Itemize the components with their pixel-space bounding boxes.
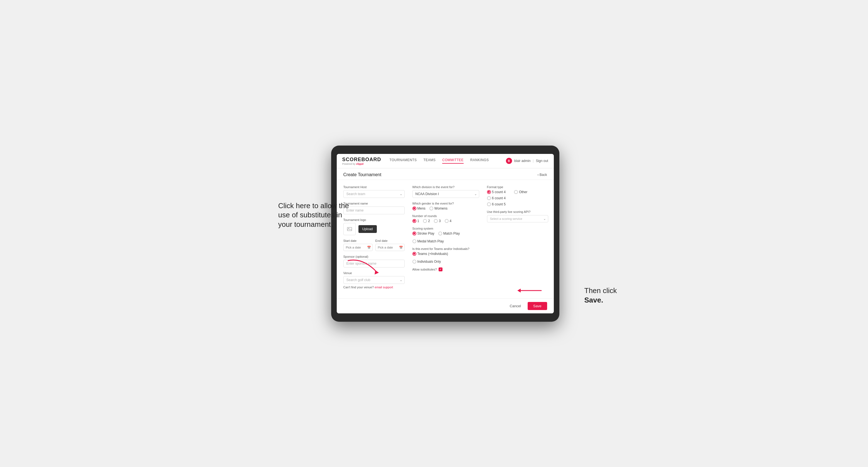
rounds-4-label: 4 bbox=[450, 219, 452, 223]
format-5count4-radio[interactable] bbox=[487, 190, 491, 194]
format-6count4[interactable]: 6 count 4 bbox=[487, 196, 548, 200]
event-type-group: Is this event for Teams and/or Individua… bbox=[412, 247, 479, 263]
end-date-input[interactable] bbox=[375, 244, 405, 251]
rounds-group: Number of rounds 1 2 bbox=[412, 214, 479, 223]
rounds-4[interactable]: 4 bbox=[445, 219, 452, 223]
tournament-logo-group: Tournament logo Upload bbox=[343, 218, 405, 235]
upload-button[interactable]: Upload bbox=[359, 225, 377, 233]
end-date-label: End date bbox=[375, 239, 405, 242]
gender-label: Which gender is the event for? bbox=[412, 202, 479, 205]
format-other-radio[interactable] bbox=[514, 190, 518, 194]
format-type-label: Format type bbox=[487, 185, 548, 189]
nav-links: TOURNAMENTS TEAMS COMMITTEE RANKINGS bbox=[390, 158, 506, 164]
nav-username: blair admin bbox=[514, 159, 531, 163]
gender-group: Which gender is the event for? Mens Wome… bbox=[412, 202, 479, 210]
scoring-service-wrap: Select a scoring service bbox=[487, 215, 548, 222]
nav-tournaments[interactable]: TOURNAMENTS bbox=[390, 158, 417, 164]
scoring-match-label: Match Play bbox=[443, 231, 460, 236]
svg-marker-3 bbox=[517, 289, 521, 292]
rounds-1-radio[interactable] bbox=[412, 219, 416, 223]
date-row: Start date 📅 End date 📅 bbox=[343, 239, 405, 251]
format-6count5-radio[interactable] bbox=[487, 202, 491, 206]
rounds-3-label: 3 bbox=[439, 219, 441, 223]
format-other-label: Other bbox=[519, 190, 527, 194]
event-individuals-radio[interactable] bbox=[412, 260, 416, 263]
rounds-1[interactable]: 1 bbox=[412, 219, 420, 223]
scoring-match-radio[interactable] bbox=[438, 231, 442, 236]
email-support-link[interactable]: email support bbox=[375, 285, 393, 289]
event-individuals[interactable]: Individuals Only bbox=[412, 260, 441, 263]
nav-rankings[interactable]: RANKINGS bbox=[470, 158, 489, 164]
division-select[interactable]: NCAA Division I bbox=[412, 190, 479, 198]
start-date-label: Start date bbox=[343, 239, 373, 242]
format-other[interactable]: Other bbox=[514, 190, 527, 194]
format-6count5[interactable]: 6 count 5 bbox=[487, 202, 548, 206]
scoring-medal-radio[interactable] bbox=[412, 239, 416, 243]
format-type-group: Format type 5 count 4 Other bbox=[487, 185, 548, 206]
rounds-2[interactable]: 2 bbox=[423, 219, 430, 223]
cancel-button[interactable]: Cancel bbox=[506, 302, 525, 310]
substitutes-label: Allow substitutes? bbox=[412, 268, 437, 271]
nav-teams[interactable]: TEAMS bbox=[423, 158, 436, 164]
page-title: Create Tournament bbox=[343, 172, 381, 177]
start-date-input[interactable] bbox=[343, 244, 373, 251]
save-button[interactable]: Save bbox=[528, 302, 547, 310]
navbar: SCOREBOARD Powered by clippd TOURNAMENTS… bbox=[337, 154, 554, 168]
division-group: Which division is the event for? NCAA Di… bbox=[412, 185, 479, 198]
rounds-3[interactable]: 3 bbox=[434, 219, 441, 223]
scoring-stroke-radio[interactable] bbox=[412, 231, 416, 236]
gender-womens[interactable]: Womens bbox=[429, 207, 447, 210]
gender-womens-label: Womens bbox=[434, 207, 447, 210]
rounds-4-radio[interactable] bbox=[445, 219, 448, 223]
gender-mens-radio[interactable] bbox=[412, 207, 416, 210]
gender-womens-radio[interactable] bbox=[429, 207, 433, 210]
scoring-api-label: Use third-party live scoring API? bbox=[487, 210, 548, 214]
nav-divider: | bbox=[533, 159, 533, 163]
logo-area: SCOREBOARD Powered by clippd bbox=[342, 157, 381, 165]
division-label: Which division is the event for? bbox=[412, 185, 479, 189]
division-select-wrap: NCAA Division I bbox=[412, 190, 479, 198]
gender-radio-group: Mens Womens bbox=[412, 207, 479, 210]
annotation-left: Click here to allow the use of substitut… bbox=[278, 201, 351, 229]
rounds-1-label: 1 bbox=[417, 219, 420, 223]
nav-signout[interactable]: Sign out bbox=[536, 159, 548, 163]
tournament-name-label: Tournament name bbox=[343, 202, 405, 205]
nav-user: B blair admin | Sign out bbox=[506, 158, 548, 164]
tournament-name-input[interactable] bbox=[343, 207, 405, 214]
scoring-service-select[interactable]: Select a scoring service bbox=[487, 215, 548, 222]
format-6count5-label: 6 count 5 bbox=[492, 202, 506, 206]
page-header: Create Tournament Back bbox=[337, 168, 554, 180]
scoring-match[interactable]: Match Play bbox=[438, 231, 460, 236]
rounds-3-radio[interactable] bbox=[434, 219, 438, 223]
substitutes-checkbox[interactable] bbox=[439, 268, 442, 271]
back-button[interactable]: Back bbox=[537, 173, 547, 177]
event-type-label: Is this event for Teams and/or Individua… bbox=[412, 247, 479, 250]
event-teams[interactable]: Teams (+Individuals) bbox=[412, 252, 448, 256]
gender-mens-label: Mens bbox=[417, 207, 426, 210]
form-area: Tournament Host Tournament name Tourname… bbox=[337, 180, 554, 298]
event-teams-radio[interactable] bbox=[412, 252, 416, 256]
format-5count4[interactable]: 5 count 4 bbox=[487, 190, 506, 194]
scoring-stroke[interactable]: Stroke Play bbox=[412, 231, 434, 236]
tournament-host-label: Tournament Host bbox=[343, 185, 405, 189]
end-date-wrap: 📅 bbox=[375, 244, 405, 251]
form-footer: Cancel Save bbox=[337, 298, 554, 313]
substitutes-group: Allow substitutes? bbox=[412, 268, 479, 271]
format-6count4-radio[interactable] bbox=[487, 196, 491, 200]
tournament-host-input[interactable] bbox=[343, 190, 405, 198]
rounds-label: Number of rounds bbox=[412, 214, 479, 218]
event-individuals-label: Individuals Only bbox=[417, 260, 441, 263]
gender-mens[interactable]: Mens bbox=[412, 207, 426, 210]
tournament-logo-label: Tournament logo bbox=[343, 218, 405, 221]
format-5count4-label: 5 count 4 bbox=[492, 190, 506, 194]
start-date-wrap: 📅 bbox=[343, 244, 373, 251]
logo-upload-row: Upload bbox=[343, 223, 405, 235]
logo-powered: Powered by clippd bbox=[342, 162, 381, 165]
nav-committee[interactable]: COMMITTEE bbox=[442, 158, 464, 164]
venue-input[interactable] bbox=[343, 276, 405, 284]
tournament-host-select-wrap bbox=[343, 190, 405, 198]
rounds-2-radio[interactable] bbox=[423, 219, 427, 223]
col-mid: Which division is the event for? NCAA Di… bbox=[412, 185, 479, 293]
scoring-medal-match[interactable]: Medal Match Play bbox=[412, 239, 444, 243]
rounds-radio-group: 1 2 3 4 bbox=[412, 219, 479, 223]
